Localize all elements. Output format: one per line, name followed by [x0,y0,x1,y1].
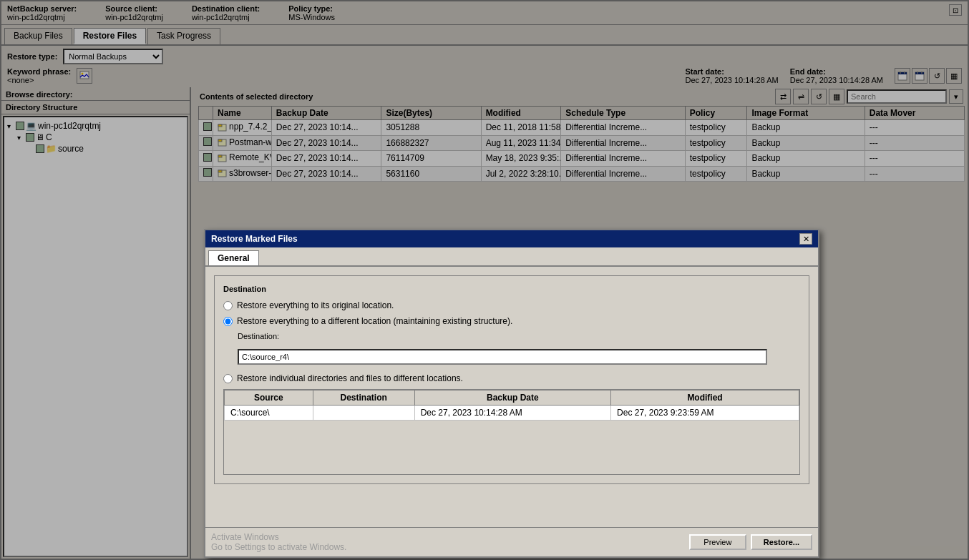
dest-input-row [238,349,800,365]
modal-close-button[interactable]: ✕ [799,233,812,245]
modal-footer: Activate Windows Go to Settings to activ… [205,527,818,556]
radio-original-input[interactable] [223,301,233,310]
modal-inner-body: Destination Restore everything to its or… [214,275,809,484]
inner-destination-cell [313,406,414,421]
modal-overlay: Restore Marked Files ✕ General Destinati… [0,0,969,560]
radio-original: Restore everything to its original locat… [223,300,800,310]
inner-col-backup-date: Backup Date [414,390,610,406]
radio-individual-input[interactable] [223,374,233,383]
radio-different-label: Restore everything to a different locati… [237,316,512,326]
restore-modal: Restore Marked Files ✕ General Destinati… [204,229,819,558]
radio-individual-label: Restore individual directories and files… [237,373,463,383]
inner-source-cell: C:\source\ [225,406,313,421]
dest-label: Destination: [238,332,279,340]
inner-table: Source Destination Backup Date Modified … [224,390,799,421]
modal-header: Restore Marked Files ✕ [205,230,818,247]
activate-windows-text: Activate Windows Go to Settings to activ… [211,532,346,552]
radio-different: Restore everything to a different locati… [223,316,800,326]
preview-button[interactable]: Preview [689,534,746,550]
inner-modified-cell: Dec 27, 2023 9:23:59 AM [611,406,799,421]
destination-section-title: Destination [223,285,800,293]
modal-body: Destination Restore everything to its or… [205,267,818,527]
modal-title: Restore Marked Files [211,234,298,244]
inner-col-source: Source [225,390,313,406]
restore-button[interactable]: Restore... [751,534,812,550]
destination-field-row: Destination: [238,332,800,340]
radio-individual: Restore individual directories and files… [223,373,800,383]
inner-backup-date-cell: Dec 27, 2023 10:14:28 AM [414,406,610,421]
modal-tab-general[interactable]: General [208,250,259,265]
radio-original-label: Restore everything to its original locat… [237,300,394,310]
inner-col-modified: Modified [611,390,799,406]
inner-col-destination: Destination [313,390,414,406]
modal-tab-bar: General [205,247,818,267]
dest-input[interactable] [238,349,767,365]
radio-different-input[interactable] [223,317,233,326]
inner-table-container[interactable]: Source Destination Backup Date Modified … [223,389,800,475]
inner-table-row: C:\source\ Dec 27, 2023 10:14:28 AM Dec … [225,406,799,421]
